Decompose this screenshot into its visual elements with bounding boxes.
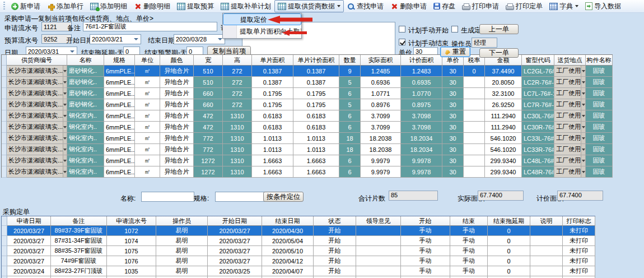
toolbar-button-14[interactable]: 导入数据 [582,0,624,12]
toolbar-button-2[interactable]: 添加单行 [44,0,87,12]
chevron-down-icon[interactable] [63,66,67,76]
table-row[interactable]: 长沙市潇湘玻璃实...钢化室内..6mmPLE..㎡异地合片127213101.… [2,166,613,178]
column-header[interactable]: 备注 [51,216,107,226]
column-header[interactable]: 操作员 [156,216,208,226]
cell[interactable]: 长沙市潇湘玻璃实... [7,99,67,110]
chevron-down-icon[interactable] [63,88,67,99]
column-header[interactable]: 开始日期 [208,216,262,226]
toolbar-button-8[interactable]: 查找申请 [344,0,387,12]
cell[interactable]: 长沙市潇湘玻璃实... [7,122,67,133]
chevron-down-icon[interactable] [581,77,585,87]
remark-input[interactable] [83,22,217,31]
column-header[interactable]: 单片面积 [252,55,293,66]
plan-manual-end-checkbox[interactable] [399,39,405,45]
table-row[interactable]: 2020/03/2488#23-27F门顶玻1035易明2020/03/2520… [2,266,595,276]
toolbar-button-11[interactable]: 打印申请 [459,0,502,12]
generate-order-checkbox[interactable] [451,26,458,33]
row-selector-gutter[interactable] [2,166,7,178]
cell[interactable]: 长沙市潇湘玻璃实... [7,155,67,166]
chevron-down-icon[interactable] [63,144,67,155]
cell[interactable]: 工厂使用 [554,133,586,144]
cell[interactable]: 长沙市潇湘玻璃实... [7,144,67,155]
cell[interactable]: 长沙市潇湘玻璃实... [7,110,67,122]
column-header[interactable]: 结束拖延期 [488,216,530,226]
table-row[interactable]: 长沙市潇湘玻璃实...磨砂钢化..6mmPLE..㎡异地合片5102720.13… [2,77,613,88]
cell[interactable]: 长沙市潇湘玻璃实... [7,77,67,88]
column-header[interactable]: 领导意见 [356,216,401,226]
row-selector-gutter[interactable] [2,77,7,88]
column-header[interactable]: 名称 [67,55,104,66]
row-selector-gutter[interactable] [2,88,7,99]
operator-input[interactable] [472,38,497,48]
column-header[interactable]: 窗型代码 [522,55,554,66]
chevron-down-icon[interactable] [581,88,585,99]
chevron-down-icon[interactable] [581,155,585,166]
prev-order-button[interactable]: 上一单 [479,24,519,34]
chevron-down-icon[interactable] [63,166,67,177]
chevron-down-icon[interactable] [581,66,585,76]
column-header[interactable]: 数量 [339,55,361,66]
row-selector-gutter[interactable] [2,266,7,276]
chevron-down-icon[interactable] [63,110,67,121]
plan-manual-start-checkbox[interactable] [399,26,405,33]
row-selector-gutter[interactable] [2,256,7,266]
row-selector-gutter[interactable] [2,246,7,256]
cell[interactable]: 长沙市潇湘玻璃实... [7,133,67,144]
table-row[interactable]: 长沙市潇湘玻璃实...磨砂钢化..6mmPLE..㎡异地合片6602720.17… [2,99,613,110]
column-header[interactable]: 高 [223,55,252,66]
cell[interactable]: 长沙市潇湘玻璃实... [7,88,67,99]
chevron-down-icon[interactable] [581,122,585,132]
locate-spec-input[interactable] [215,192,268,202]
cell[interactable]: 长沙市潇湘玻璃实... [7,166,67,178]
table-row[interactable]: 长沙市潇湘玻璃实...磨砂钢化..6mmPLE..㎡异地合片6602720.17… [2,88,613,99]
cell[interactable]: 工厂使用 [554,122,586,133]
table-row[interactable]: 长沙市潇湘玻璃实...钢化室内..6mmPLE..㎡异地合片77213101.0… [2,144,613,155]
cell[interactable]: 工厂使用 [554,144,586,155]
toolbar-button-9[interactable]: 删除申请 [387,0,430,12]
toolbar-button-7[interactable]: 提取供货商数据 [274,0,344,12]
chevron-down-icon[interactable] [581,133,585,143]
chevron-down-icon[interactable] [581,166,585,177]
row-selector-gutter[interactable] [2,110,7,122]
column-header[interactable]: 结束 [450,216,488,226]
cell[interactable]: 工厂使用 [554,99,586,110]
table-row[interactable]: 2020/03/2774#9F窗固玻1076易明2020/03/272020/0… [2,256,595,266]
chevron-down-icon[interactable] [63,133,67,143]
row-selector-gutter[interactable] [2,133,7,144]
toolbar-button-12[interactable]: 打印定单 [502,0,546,12]
column-header[interactable]: 结束日期 [262,216,314,226]
table-row[interactable]: 长沙市潇湘玻璃实...钢化室内..6mmPLE..㎡异地合片127213101.… [2,155,613,166]
row-selector-gutter[interactable] [2,155,7,166]
column-header[interactable]: 构件名称 [586,55,613,66]
cell[interactable]: 长沙市潇湘玻璃实... [7,66,67,77]
chevron-down-icon[interactable] [63,155,67,166]
column-header[interactable]: 供货商编号 [7,55,67,66]
column-header[interactable]: 单位 [135,55,160,66]
chevron-down-icon[interactable] [63,77,67,87]
table-row[interactable]: 2020/03/2787#31-34F窗固玻1074易明2020/03/2720… [2,236,595,246]
table-row[interactable]: 2020/03/2789#37-39F窗固玻1072易明2020/03/2720… [2,226,595,236]
column-header[interactable]: 颜色 [160,55,194,66]
toolbar-button-3[interactable]: 添加明细 [87,0,130,12]
column-header[interactable]: 打印标志 [563,216,595,226]
cell[interactable]: 工厂使用 [554,88,586,99]
cell[interactable]: 工厂使用 [554,155,586,166]
row-selector-gutter[interactable] [2,122,7,133]
start-date-select[interactable]: 2020/03/21 [90,34,141,44]
table-row[interactable]: 长沙市潇湘玻璃实...钢化室内..6mmPLE..㎡异地合片47213100.6… [2,122,613,133]
locate-name-input[interactable] [141,192,194,202]
column-header[interactable]: 送货地点 [554,55,586,66]
column-header[interactable]: 实际面积 [361,55,401,66]
locate-button[interactable]: 按条件定位 [263,192,304,202]
next-order-button[interactable]: 下一单 [479,48,519,58]
cell[interactable]: 工厂使用 [554,66,586,77]
toolbar-button-4[interactable]: 删除明细 [130,0,174,12]
chevron-down-icon[interactable] [63,122,67,132]
row-selector-gutter[interactable] [2,236,7,246]
toolbar-button-1[interactable]: 新申请 [8,0,44,12]
reset-button[interactable]: 重置 [440,47,470,57]
cell[interactable]: 工厂使用 [554,77,586,88]
cell[interactable]: 工厂使用 [554,166,586,178]
table-row[interactable]: 长沙市潇湘玻璃实...磨砂钢化..6mmPLE..㎡异地合片5102720.13… [2,66,613,77]
chevron-down-icon[interactable] [581,144,585,155]
